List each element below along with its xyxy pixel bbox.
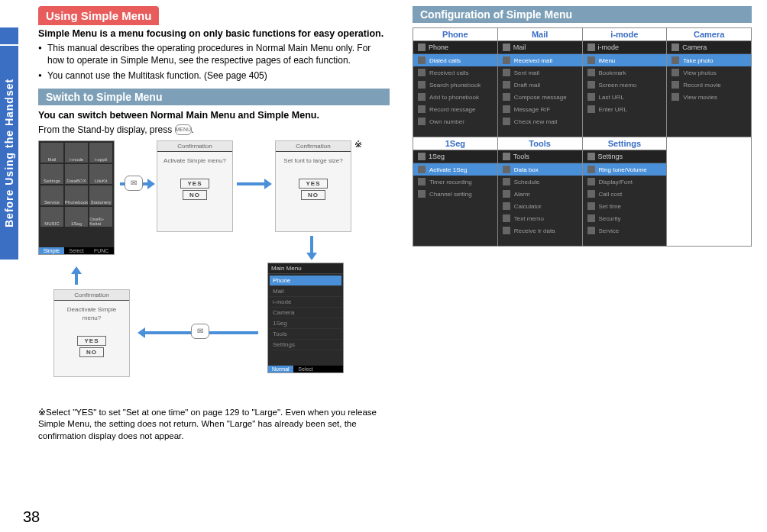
dialed-icon: [418, 56, 426, 64]
tv-icon: [418, 153, 426, 160]
switch-bold: You can switch between Normal Main Menu …: [38, 110, 390, 121]
settings-item-1: Call cost: [599, 191, 623, 198]
phone-item-0: Received calls: [429, 69, 469, 76]
screen-normal-main-menu: Mail i-mode i-αppli Settings DataBOX Lif…: [38, 140, 115, 255]
mini-imode: i-mode iMenu Bookmark Screen memo Last U…: [583, 41, 667, 137]
mail-item-1: Draft mail: [514, 82, 540, 89]
screen-simple-menu: Main Menu Phone Mail i-mode Camera 1Seg …: [267, 263, 344, 373]
yes-1: YES: [180, 179, 209, 189]
imode-icon: [587, 44, 595, 51]
phone-item-3: Record message: [429, 106, 475, 113]
mini-camera-hl: Take photo: [683, 57, 713, 64]
phone-item-4: Own number: [429, 118, 464, 125]
mail-item-4: Check new mail: [514, 118, 557, 125]
icon-iappli: i-αppli: [89, 143, 112, 163]
simple-item-phone: Phone: [270, 276, 341, 286]
mini-settings-title: Settings: [598, 153, 623, 160]
simple-item-tools: Tools: [270, 329, 341, 340]
icon-imode: i-mode: [65, 143, 88, 163]
settings-item-4: Service: [599, 227, 620, 234]
tools-item-4: Receive Ir data: [514, 227, 555, 234]
mini-1seg-hl: Activate 1Seg: [429, 166, 467, 173]
icon-settings: Settings: [40, 164, 63, 184]
mini-camera-title: Camera: [682, 44, 707, 51]
sidebar-tab: Before Using the Handset: [0, 46, 18, 260]
simple-bottom-bar: Normal Select: [268, 366, 343, 372]
mini-phone-title: Phone: [429, 44, 448, 51]
activate-text: Activate Simple menu?: [157, 152, 232, 169]
confirm-title-1: Confirmation: [157, 141, 232, 152]
no-1: NO: [183, 190, 207, 200]
intro-bold: Simple Menu is a menu focusing on only b…: [38, 28, 390, 39]
mini-tools-hl: Data box: [514, 166, 539, 173]
tools-item-0: Schedule: [514, 179, 539, 185]
yes-3: YES: [77, 336, 105, 346]
simple-item-settings: Settings: [270, 340, 341, 350]
standby-pre: From the Stand-by display, press: [38, 124, 175, 135]
icon-osaifu: Osaifu-Keitai: [89, 207, 112, 227]
standby-instruction: From the Stand-by display, press MENU.: [38, 124, 390, 136]
diagram-area: Mail i-mode i-αppli Settings DataBOX Lif…: [38, 140, 390, 400]
settings-item-0: Display/Font: [599, 179, 633, 185]
screen-deactivate-confirm: Confirmation Deactivate Simple menu? YES…: [53, 289, 130, 377]
hdr-mail: Mail: [497, 28, 582, 41]
mini-tools: Tools Data box Schedule Alarm Calculator…: [498, 150, 582, 246]
icon-phonebook: Phonebook: [65, 185, 88, 205]
standby-post: .: [192, 124, 194, 135]
hdr-settings: Settings: [582, 137, 667, 150]
footnote-star: ※: [38, 407, 46, 418]
mail-item-3: Message R/F: [514, 106, 551, 113]
softkey-normal: Normal: [268, 366, 293, 372]
screen-activate-confirm: Confirmation Activate Simple menu? YES N…: [157, 140, 233, 232]
mini-phone-hl: Dialed calls: [429, 57, 461, 64]
bullet-2: You cannot use the Multitask function. (…: [38, 69, 390, 82]
imode-item-2: Last URL: [599, 94, 624, 101]
mini-settings: Settings Ring tone/Volume Display/Font C…: [583, 150, 667, 246]
hdr-imode: i-mode: [582, 28, 667, 41]
mini-mail: Mail Received mail Sent mail Draft mail …: [498, 41, 582, 137]
camera-item-1: Record movie: [683, 82, 720, 89]
settings-item-3: Security: [599, 215, 621, 222]
oneseg-item-0: Timer recording: [429, 179, 472, 185]
camera-item-0: View photos: [683, 69, 716, 76]
settings-item-2: Set time: [599, 203, 621, 210]
confirm-title-3: Confirmation: [54, 290, 129, 301]
softkey-select-2: Select: [293, 366, 319, 372]
mail-key-icon-1: ✉: [125, 176, 143, 191]
hdr-phone: Phone: [413, 28, 498, 41]
mini-1seg-title: 1Seg: [429, 153, 445, 160]
menu-key-icon: MENU: [175, 124, 192, 135]
imode-item-1: Screen memo: [599, 82, 637, 89]
bullet-1: This manual describes the operating proc…: [38, 42, 390, 66]
yes-2: YES: [299, 179, 327, 189]
tools-item-3: Text memo: [514, 215, 544, 222]
mini-tools-title: Tools: [513, 153, 529, 160]
page-number: 38: [23, 508, 40, 526]
no-3: NO: [79, 347, 104, 357]
simple-item-imode: i-mode: [270, 297, 341, 308]
icon-lifekit: LifeKit: [89, 164, 112, 184]
no-2: NO: [301, 190, 325, 200]
heading-using-simple-menu: Using Simple Menu: [38, 6, 159, 25]
mini-phone: Phone Dialed calls Received calls Search…: [413, 41, 497, 137]
tools-icon: [503, 153, 510, 160]
softkey-func: FUNC: [89, 247, 114, 254]
setfont-text: Set font to large size?: [276, 152, 351, 169]
heading-switch: Switch to Simple Menu: [38, 89, 390, 105]
config-table: Phone Mail i-mode Camera Phone Dialed ca…: [413, 27, 752, 247]
arrow-3: [310, 236, 313, 253]
mail-key-icon-2: ✉: [191, 324, 209, 339]
phone-icon: [418, 44, 426, 51]
camera-item-2: View movies: [683, 94, 717, 101]
mail-item-2: Compose message: [514, 94, 567, 101]
arrow-5: [75, 274, 78, 285]
simple-item-camera: Camera: [270, 308, 341, 318]
mail-icon: [503, 44, 510, 51]
settings-icon: [587, 153, 595, 160]
mini-mail-title: Mail: [513, 44, 526, 51]
star-mark: ※: [354, 139, 362, 150]
icon-databox: DataBOX: [65, 164, 88, 184]
phone-item-1: Search phonebook: [429, 82, 481, 89]
icon-stationery: Stationery: [89, 185, 112, 205]
screen-setfont-confirm: Confirmation Set font to large size? YES…: [275, 140, 351, 232]
